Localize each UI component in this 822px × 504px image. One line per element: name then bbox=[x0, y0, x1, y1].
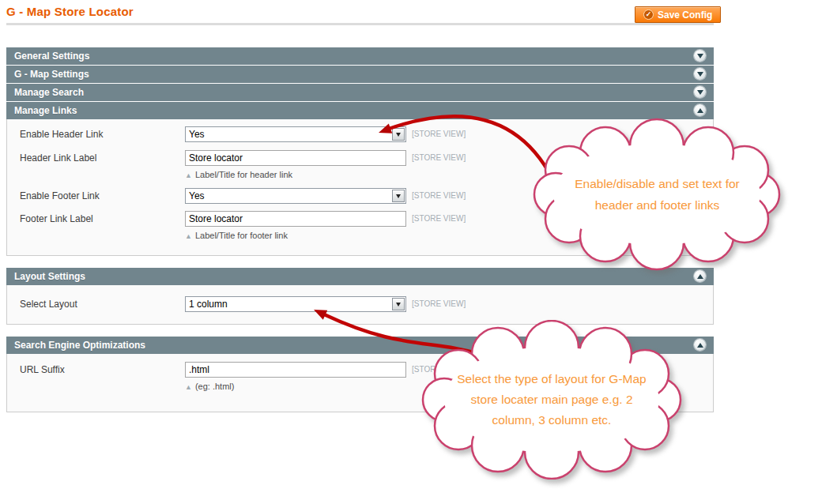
note-text: Label/Title for footer link bbox=[195, 231, 288, 240]
section-title: Manage Search bbox=[6, 84, 84, 101]
layout-settings-panel: Select Layout 1 column [STORE VIEW] bbox=[6, 285, 714, 325]
section-title: Manage Links bbox=[6, 102, 77, 119]
note-marker-icon: ▲ bbox=[185, 171, 192, 179]
section-title: Layout Settings bbox=[6, 268, 85, 285]
chevron-down-icon[interactable] bbox=[694, 50, 706, 62]
field-note: ▲Label/Title for footer link bbox=[185, 230, 406, 243]
field-label: Enable Header Link bbox=[20, 126, 185, 140]
field-label: Footer Link Label bbox=[20, 211, 185, 224]
callout-text: Select the type of layout for G-Map stor… bbox=[448, 369, 655, 431]
scope-label: [STORE VIEW] bbox=[412, 150, 466, 162]
select-value: Yes bbox=[189, 129, 205, 140]
enable-header-link-select[interactable]: Yes bbox=[185, 126, 406, 142]
select-value: Yes bbox=[189, 190, 205, 201]
note-text: Label/Title for header link bbox=[195, 170, 292, 179]
field-note: ▲(eg: .html) bbox=[185, 381, 406, 393]
chevron-up-icon[interactable] bbox=[694, 270, 706, 282]
chevron-up-icon[interactable] bbox=[694, 104, 706, 116]
chevron-up-icon[interactable] bbox=[694, 339, 706, 351]
field-note: ▲Label/Title for header link bbox=[185, 169, 406, 182]
section-header-gmap-settings[interactable]: G - Map Settings bbox=[6, 66, 714, 83]
note-text: (eg: .html) bbox=[195, 382, 235, 391]
scope-label: [STORE VIEW] bbox=[412, 188, 466, 200]
title-divider bbox=[6, 23, 714, 25]
save-config-label: Save Config bbox=[658, 9, 712, 21]
enable-footer-link-select[interactable]: Yes bbox=[185, 188, 406, 204]
footer-link-label-input[interactable] bbox=[185, 211, 406, 227]
callout-cloud-layout: Select the type of layout for G-Map stor… bbox=[413, 320, 690, 480]
callout-text: Enable/disable and set text for header a… bbox=[558, 173, 757, 216]
dropdown-arrow-icon[interactable] bbox=[392, 298, 405, 310]
field-label: URL Suffix bbox=[20, 362, 185, 375]
scope-label: [STORE VIEW] bbox=[412, 296, 466, 308]
scope-label: [STORE VIEW] bbox=[412, 126, 466, 138]
select-value: 1 column bbox=[189, 299, 228, 310]
section-header-manage-search[interactable]: Manage Search bbox=[6, 84, 714, 101]
note-marker-icon: ▲ bbox=[185, 232, 192, 240]
section-header-general-settings[interactable]: General Settings bbox=[6, 47, 714, 65]
section-title: Search Engine Optimizations bbox=[6, 337, 145, 354]
save-config-button[interactable]: ✓ Save Config bbox=[635, 6, 721, 23]
dropdown-arrow-icon[interactable] bbox=[392, 128, 405, 141]
field-label: Select Layout bbox=[20, 296, 185, 310]
checkmark-icon: ✓ bbox=[643, 9, 654, 20]
header-link-label-input[interactable] bbox=[185, 150, 406, 166]
dropdown-arrow-icon[interactable] bbox=[392, 190, 405, 202]
chevron-down-icon[interactable] bbox=[694, 86, 706, 98]
page-title: G - Map Store Locator bbox=[6, 5, 134, 18]
callout-cloud-links: Enable/disable and set text for header a… bbox=[524, 117, 790, 272]
chevron-down-icon[interactable] bbox=[694, 68, 706, 80]
form-row-select-layout: Select Layout 1 column [STORE VIEW] bbox=[7, 296, 713, 312]
note-marker-icon: ▲ bbox=[185, 383, 192, 391]
field-label: Header Link Label bbox=[20, 150, 185, 164]
url-suffix-input[interactable] bbox=[185, 362, 406, 378]
section-title: General Settings bbox=[6, 47, 89, 65]
field-label: Enable Footer Link bbox=[20, 188, 185, 201]
select-layout-select[interactable]: 1 column bbox=[185, 296, 406, 312]
section-title: G - Map Settings bbox=[6, 66, 89, 83]
scope-label: [STORE VIEW] bbox=[412, 211, 466, 223]
